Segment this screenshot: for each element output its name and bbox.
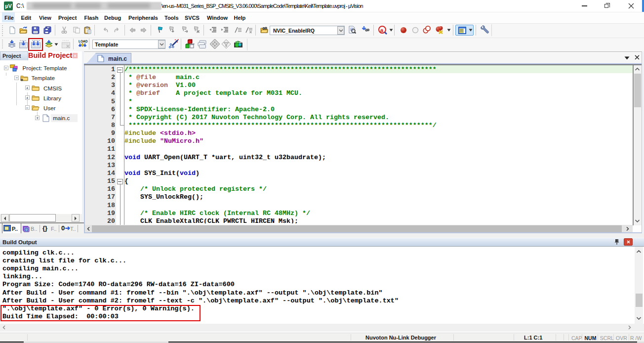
- svg-text:a: a: [380, 27, 384, 33]
- svg-text:?: ?: [25, 228, 28, 232]
- svg-text:LOAD: LOAD: [79, 40, 88, 43]
